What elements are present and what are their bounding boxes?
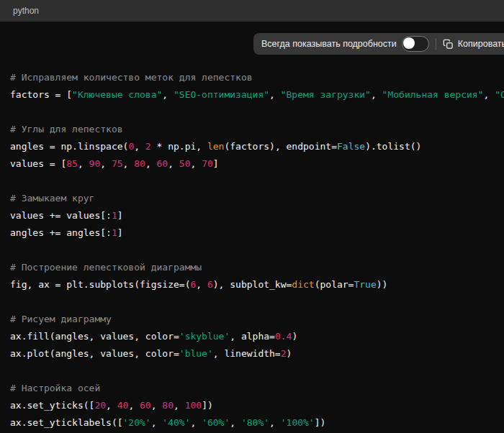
code-lines: # Исправляем количество меток для лепест… bbox=[10, 69, 504, 433]
code-line: values = [85, 90, 75, 80, 60, 50, 70] bbox=[10, 155, 504, 173]
code-line: angles = np.linspace(0, 2 * np.pi, len(f… bbox=[10, 138, 504, 155]
code-line: ax.set_yticks([20, 40, 60, 80, 100]) bbox=[10, 397, 504, 414]
code-line bbox=[10, 363, 504, 380]
code-line: # Замыкаем круг bbox=[10, 190, 504, 207]
code-line bbox=[10, 104, 504, 121]
always-show-details-label: Всегда показывать подробности bbox=[261, 39, 397, 49]
code-controls-bar: Всегда показывать подробности Копировать… bbox=[253, 33, 504, 55]
code-line: angles += angles[:1] bbox=[10, 224, 504, 242]
code-line bbox=[10, 173, 504, 190]
language-label: python bbox=[13, 6, 39, 16]
copy-code-button[interactable]: Копировать код bbox=[443, 39, 504, 50]
code-line: ax.plot(angles, values, color='blue', li… bbox=[10, 345, 504, 363]
code-line: # Настройка осей bbox=[10, 380, 504, 397]
code-line: values += values[:1] bbox=[10, 207, 504, 224]
code-line bbox=[10, 242, 504, 259]
controls-divider bbox=[436, 38, 436, 50]
code-line: # Построение лепестковой диаграммы bbox=[10, 259, 504, 276]
copy-code-label: Копировать код bbox=[458, 39, 504, 49]
always-show-details-toggle[interactable] bbox=[402, 36, 429, 52]
toggle-knob bbox=[403, 37, 415, 49]
code-line: fig, ax = plt.subplots(figsize=(6, 6), s… bbox=[10, 276, 504, 293]
code-line bbox=[10, 293, 504, 311]
code-line: # Углы для лепестков bbox=[10, 121, 504, 138]
code-line: ax.fill(angles, values, color='skyblue',… bbox=[10, 328, 504, 345]
code-line: # Исправляем количество меток для лепест… bbox=[10, 69, 504, 86]
code-block-header: python bbox=[0, 0, 504, 22]
copy-icon bbox=[443, 39, 454, 50]
code-line: # Рисуем диаграмму bbox=[10, 311, 504, 328]
code-area: # Исправляем количество меток для лепест… bbox=[0, 22, 504, 433]
code-line: factors = ["Ключевые слова", "SEO-оптими… bbox=[10, 86, 504, 104]
code-line: ax.set_yticklabels(['20%', '40%', '60%',… bbox=[10, 414, 504, 432]
